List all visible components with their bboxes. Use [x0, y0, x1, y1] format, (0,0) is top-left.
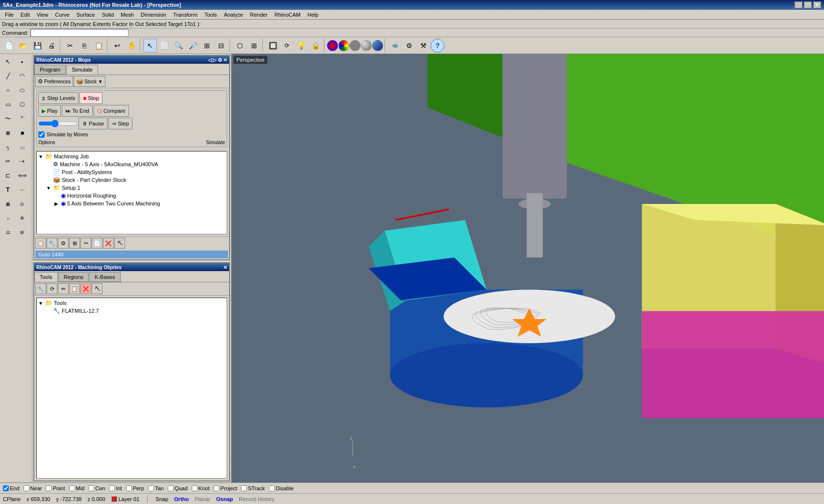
- snap-quad[interactable]: Quad: [168, 485, 188, 491]
- open-button[interactable]: 📂: [16, 39, 30, 52]
- obj-btn4[interactable]: 📋: [69, 283, 80, 294]
- lt-dim[interactable]: ↔: [15, 183, 29, 197]
- lt-analyze[interactable]: ⌕: [1, 211, 15, 225]
- tree-5axis[interactable]: ▶ ◉ 5 Axis Between Two Curves Machining: [38, 200, 226, 207]
- lt-polygon[interactable]: ⬡: [15, 98, 29, 111]
- viewport-3d[interactable]: Perspective: [232, 54, 824, 482]
- lt-extend[interactable]: ⇢: [15, 154, 29, 168]
- pause-button[interactable]: ⏸ Pause: [78, 118, 107, 129]
- ortho-status[interactable]: Ortho: [174, 496, 189, 502]
- lt-ellipse[interactable]: ⬭: [15, 83, 29, 97]
- lt-select[interactable]: ↖: [1, 55, 15, 69]
- select-button[interactable]: ↖: [143, 39, 157, 52]
- snap-perp[interactable]: Perp: [126, 485, 144, 491]
- save-button[interactable]: 💾: [30, 39, 44, 52]
- tree-stock[interactable]: 📦 Stock - Part Cylinder Stock: [38, 176, 226, 184]
- mops-btn8[interactable]: ⛏: [114, 238, 125, 249]
- perspective-button[interactable]: ⬡: [233, 39, 247, 52]
- snap-strack-checkbox[interactable]: [241, 485, 247, 491]
- menu-rhinocam[interactable]: RhinoCAM: [272, 11, 304, 19]
- toolbar-extra1[interactable]: ⚙: [402, 39, 416, 52]
- snap-cen-checkbox[interactable]: [88, 485, 94, 491]
- mops-btn3[interactable]: ⚙: [58, 238, 69, 249]
- zoom-extents-all-button[interactable]: ⊟: [214, 39, 228, 52]
- lt-circle[interactable]: ○: [1, 83, 15, 97]
- lt-arc[interactable]: ◠: [15, 69, 29, 83]
- osnap-status[interactable]: Osnap: [216, 496, 233, 502]
- snap-mid-checkbox[interactable]: [69, 485, 75, 491]
- snap-quad-checkbox[interactable]: [168, 485, 174, 491]
- preferences-button[interactable]: ⚙ Preferences: [35, 76, 73, 87]
- maximize-button[interactable]: □: [804, 1, 812, 8]
- expander-tools[interactable]: ▼: [38, 301, 44, 306]
- snap-knot-checkbox[interactable]: [192, 485, 198, 491]
- expander-setup1[interactable]: ▼: [46, 185, 52, 191]
- obj-tab-regions[interactable]: Regions: [58, 272, 89, 282]
- tree-setup1[interactable]: ▼ 📁 Setup 1: [38, 184, 226, 192]
- undo-button[interactable]: ↩: [110, 39, 124, 52]
- simulate-slider[interactable]: [38, 121, 77, 126]
- display-render[interactable]: [361, 40, 372, 51]
- new-button[interactable]: 📄: [2, 39, 16, 52]
- snap-int-checkbox[interactable]: [109, 485, 115, 491]
- simulate-by-moves-checkbox[interactable]: [38, 131, 45, 138]
- snap-tan[interactable]: Tan: [148, 485, 164, 491]
- toolbar-extra2[interactable]: ⚒: [416, 39, 430, 52]
- lt-layer[interactable]: 🗂: [1, 226, 15, 239]
- snap-project[interactable]: Project: [213, 485, 237, 491]
- step-button[interactable]: ⇒ Step: [108, 118, 132, 129]
- obj-tab-tools[interactable]: Tools: [34, 272, 58, 282]
- mops-toolbar-btn3[interactable]: ⚙: [218, 57, 222, 63]
- menu-tools[interactable]: Tools: [202, 11, 220, 19]
- snap-tan-checkbox[interactable]: [148, 485, 154, 491]
- snap-button[interactable]: 🔲: [266, 39, 280, 52]
- tree-post[interactable]: 📄 Post - AbilitySystems: [38, 168, 226, 176]
- menu-help[interactable]: Help: [305, 11, 322, 19]
- tree-machining-job[interactable]: ▼ 📁 Machining Job: [38, 152, 226, 160]
- obj-btn2[interactable]: ⟳: [47, 283, 57, 294]
- obj-btn1[interactable]: 🔧: [35, 283, 46, 294]
- lt-trim[interactable]: ✂: [1, 154, 15, 168]
- snap-strack[interactable]: STrack: [241, 485, 264, 491]
- lt-offset[interactable]: ⊏: [1, 169, 15, 182]
- rotate-button[interactable]: ⟳: [280, 39, 294, 52]
- stock-button[interactable]: 📦 Stock ▼: [74, 76, 105, 87]
- obj-tab-kbases[interactable]: K-Bases: [89, 272, 121, 282]
- lt-control[interactable]: ⌃: [15, 112, 29, 126]
- snap-point-checkbox[interactable]: [46, 485, 52, 491]
- snap-near[interactable]: Near: [24, 485, 42, 491]
- lt-text[interactable]: T: [1, 183, 15, 197]
- display-color[interactable]: [327, 40, 338, 51]
- tree-horiz-rough[interactable]: ◉ Horizontal Roughing: [38, 192, 226, 200]
- mops-btn4[interactable]: ⊞: [69, 238, 80, 249]
- play-button[interactable]: ▶ Play: [38, 105, 61, 117]
- paste-button[interactable]: 📋: [92, 39, 105, 52]
- menu-surface[interactable]: Surface: [74, 11, 98, 19]
- cut-button[interactable]: ✂: [63, 39, 77, 52]
- mops-tab-program[interactable]: Program: [34, 65, 66, 75]
- zoom-extents-button[interactable]: ⊞: [200, 39, 214, 52]
- snap-cen[interactable]: Cen: [88, 485, 105, 491]
- mops-tree[interactable]: ▼ 📁 Machining Job ⚙ Machine - 5 Axis - 5…: [36, 151, 227, 234]
- tree-machine[interactable]: ⚙ Machine - 5 Axis - 5AxOkuma_MU400VA: [38, 160, 226, 168]
- obj-btn5[interactable]: ❌: [80, 283, 91, 294]
- record-history-status[interactable]: Record History: [239, 496, 275, 502]
- print-button[interactable]: 🖨: [45, 39, 58, 52]
- scene-canvas[interactable]: + z: [232, 54, 824, 482]
- lt-mesh2[interactable]: ◎: [15, 197, 29, 211]
- lt-solid[interactable]: ◼: [15, 126, 29, 140]
- obj-btn6[interactable]: ⛏: [92, 283, 103, 294]
- mops-close-btn[interactable]: ✕: [223, 57, 227, 63]
- mops-tab-simulate[interactable]: Simulate: [66, 65, 98, 75]
- tree-tools-root[interactable]: ▼ 📁 Tools: [38, 299, 226, 307]
- menu-edit[interactable]: Edit: [18, 11, 33, 19]
- lt-dot[interactable]: ●: [15, 55, 29, 69]
- snap-disable-checkbox[interactable]: [269, 485, 275, 491]
- snap-near-checkbox[interactable]: [24, 485, 29, 491]
- menu-view[interactable]: View: [34, 11, 52, 19]
- objects-close-btn[interactable]: ✕: [223, 265, 227, 270]
- light-button[interactable]: 💡: [294, 39, 308, 52]
- menu-file[interactable]: File: [2, 11, 17, 19]
- objects-tree[interactable]: ▼ 📁 Tools 🔧 FLATMILL-12.7: [36, 298, 227, 479]
- minimize-button[interactable]: _: [795, 1, 802, 8]
